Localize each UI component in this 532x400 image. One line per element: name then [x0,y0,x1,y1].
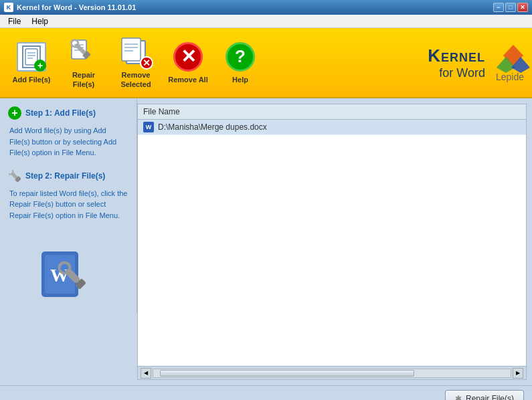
remove-selected-button[interactable]: ✕ RemoveSelected [112,33,159,91]
help-button[interactable]: ? Help [217,38,264,87]
menu-help[interactable]: Help [26,15,54,27]
repair-btn-label: Repair File(s) [466,394,514,400]
repair-files-button[interactable]: Repair File(s) [60,33,107,91]
svg-rect-11 [122,38,141,61]
file-panel: File Name W D:\Manisha\Merge dupes.docx … [137,104,527,380]
remove-selected-label: RemoveSelected [120,71,151,88]
remove-selected-icon: ✕ [120,36,152,68]
menu-bar: File Help [0,15,532,28]
title-bar: K Kernel for Word - Version 11.01.01 − □… [0,0,532,15]
toolbar: + Add File(s) Repair File(s) [0,28,532,98]
repair-button-area: ✱ Repair File(s) [0,385,532,400]
scroll-thumb[interactable] [160,370,414,377]
step1-description: Add Word file(s) by using Add File(s) bu… [8,125,128,159]
step2-title: Step 2: Repair File(s) [25,171,105,181]
file-row[interactable]: W D:\Manisha\Merge dupes.docx [138,120,526,135]
step2-icon [8,169,21,183]
remove-all-button[interactable]: ✕ Remove All [165,38,211,87]
minimize-button[interactable]: − [493,3,504,12]
word-file-icon: W [143,122,154,132]
repair-files-label: Repair File(s) [63,71,104,88]
menu-file[interactable]: File [3,15,26,27]
scroll-track[interactable] [153,369,511,378]
kernel-brand: Kernel for Word [428,45,485,80]
main-content: + Step 1: Add File(s) Add Word file(s) b… [0,98,532,385]
help-icon: ? [224,41,256,73]
add-files-icon: + [15,41,48,73]
add-files-button[interactable]: + Add File(s) [8,38,55,87]
for-word-text: for Word [428,66,485,80]
scroll-left-arrow[interactable]: ◀ [141,368,151,379]
file-name: D:\Manisha\Merge dupes.docx [158,122,267,132]
brand-area: Kernel for Word Lepide [428,43,524,82]
add-files-label: Add File(s) [13,76,51,84]
window-controls: − □ ✕ [493,3,528,12]
lepide-diamond-icon [497,43,523,70]
bottom-word-repair-icon: W [8,231,128,305]
step2-header: Step 2: Repair File(s) [8,169,128,183]
left-panel: + Step 1: Add File(s) Add Word file(s) b… [0,98,137,313]
step1-icon: + [8,106,21,120]
window-title: Kernel for Word - Version 11.01.01 [17,3,493,11]
left-panel-wrapper: + Step 1: Add File(s) Add Word file(s) b… [0,98,137,385]
scroll-right-arrow[interactable]: ▶ [513,368,523,379]
file-list-header: File Name [138,104,526,120]
lepide-logo: Lepide [496,43,524,82]
horizontal-scrollbar[interactable]: ◀ ▶ [138,366,526,379]
remove-all-label: Remove All [168,76,208,84]
repair-file-button[interactable]: ✱ Repair File(s) [445,390,524,400]
step1-header: + Step 1: Add File(s) [8,106,128,120]
file-list[interactable]: W D:\Manisha\Merge dupes.docx [138,120,526,366]
repair-icon [68,36,100,68]
app-icon: K [4,3,13,12]
close-button[interactable]: ✕ [517,3,528,12]
help-label: Help [232,76,248,84]
kernel-text: Kernel [428,45,485,66]
repair-btn-icon: ✱ [455,394,462,400]
step2-description: To repair listed Word file(s), click the… [8,188,128,221]
remove-all-icon: ✕ [172,41,204,73]
step1-title: Step 1: Add File(s) [25,108,96,118]
maximize-button[interactable]: □ [505,3,516,12]
